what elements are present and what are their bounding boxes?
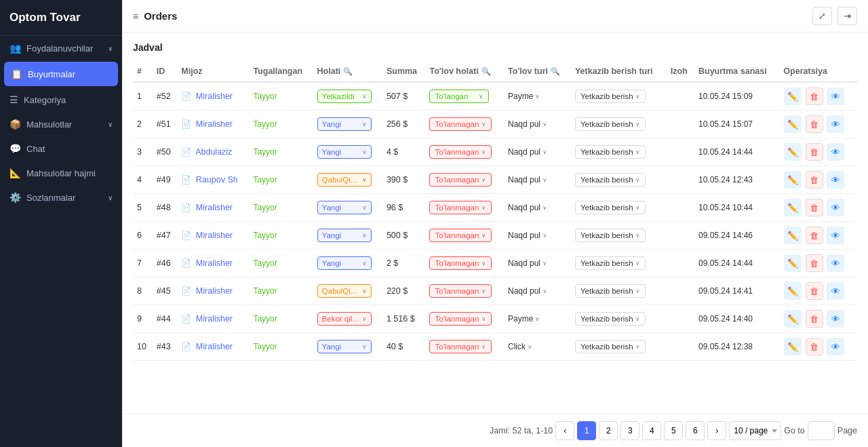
sidebar-item-foydalanuvchilar[interactable]: 👥 Foydalanuvchilar ∨ [0, 36, 122, 60]
cell-yetkazib[interactable]: Yetkazib berish ∨ [571, 82, 667, 111]
client-link[interactable]: Miralisher [196, 286, 233, 296]
sidebar-item-sozlanmalar[interactable]: ⚙️ Sozlanmalar ∨ [0, 185, 122, 210]
yetkazib-select[interactable]: Yetkazib berish ∨ [575, 90, 646, 103]
cell-tolov-holati[interactable]: To'lanmagan ∨ [425, 138, 504, 166]
cell-tolov-turi[interactable]: Naqd pul ∨ [504, 250, 571, 277]
expand-button[interactable]: ⤢ [812, 7, 832, 25]
client-link[interactable]: Miralisher [196, 342, 233, 351]
tolov-holati-select[interactable]: To'lanmagan ∨ [429, 117, 492, 131]
cell-tolov-turi[interactable]: Payme ∨ [504, 82, 571, 111]
holati-select[interactable]: Bekor qil... ∨ [317, 312, 372, 326]
view-button[interactable]: 👁 [827, 282, 844, 300]
client-link[interactable]: Miralisher [196, 314, 233, 324]
edit-button[interactable]: ✏️ [784, 171, 802, 189]
prev-page-button[interactable]: ‹ [555, 421, 574, 440]
edit-button[interactable]: ✏️ [784, 310, 802, 328]
client-link[interactable]: Miralisher [196, 119, 233, 129]
yetkazib-select[interactable]: Yetkazib berish ∨ [575, 201, 646, 214]
page-4-button[interactable]: 4 [642, 421, 661, 440]
cell-tolov-holati[interactable]: To'lanmagan ∨ [425, 194, 504, 222]
tolov-holati-select[interactable]: To'langan ∨ [429, 90, 489, 103]
cell-tolov-turi[interactable]: Click ∨ [504, 333, 571, 361]
cell-holati[interactable]: Yangi ∨ [313, 111, 382, 138]
cell-tolov-holati[interactable]: To'lanmagan ∨ [425, 111, 504, 138]
tolov-turi-select[interactable]: Naqd pul ∨ [508, 258, 547, 268]
yetkazib-select[interactable]: Yetkazib berish ∨ [575, 340, 646, 353]
tolov-holati-select[interactable]: To'lanmagan ∨ [429, 284, 492, 298]
client-link[interactable]: Raupov Sh [196, 175, 238, 184]
delete-button[interactable]: 🗑 [806, 199, 823, 216]
view-button[interactable]: 👁 [827, 143, 844, 161]
cell-tolov-turi[interactable]: Naqd pul ∨ [504, 222, 571, 250]
page-2-button[interactable]: 2 [599, 421, 618, 440]
holati-select[interactable]: Yangi ∨ [317, 340, 372, 353]
cell-yetkazib[interactable]: Yetkazib berish ∨ [571, 250, 667, 277]
tolov-holati-select[interactable]: To'lanmagan ∨ [429, 340, 492, 353]
delete-button[interactable]: 🗑 [806, 310, 823, 328]
client-link[interactable]: Abdulaziz [195, 147, 232, 157]
holati-select[interactable]: QabulQi... ∨ [317, 284, 372, 298]
cell-holati[interactable]: Yangi ∨ [313, 222, 382, 250]
edit-button[interactable]: ✏️ [784, 227, 802, 244]
cell-tolov-turi[interactable]: Naqd pul ∨ [504, 111, 571, 138]
view-button[interactable]: 👁 [827, 338, 844, 355]
cell-holati[interactable]: Yangi ∨ [313, 138, 382, 166]
view-button[interactable]: 👁 [827, 88, 844, 105]
page-6-button[interactable]: 6 [686, 421, 705, 440]
sidebar-item-mahsulotlar[interactable]: 📦 Mahsulotlar ∨ [0, 112, 122, 136]
cell-tolov-turi[interactable]: Naqd pul ∨ [504, 166, 571, 194]
cell-tolov-turi[interactable]: Naqd pul ∨ [504, 277, 571, 305]
cell-holati[interactable]: Bekor qil... ∨ [313, 305, 382, 333]
delete-button[interactable]: 🗑 [806, 171, 823, 189]
tolov-turi-select[interactable]: Click ∨ [508, 342, 532, 351]
yetkazib-select[interactable]: Yetkazib berish ∨ [575, 173, 646, 187]
holati-search-icon[interactable]: 🔍 [343, 67, 353, 76]
cell-tolov-holati[interactable]: To'lanmagan ∨ [425, 333, 504, 361]
delete-button[interactable]: 🗑 [806, 143, 823, 161]
edit-button[interactable]: ✏️ [784, 282, 802, 300]
sidebar-item-kategoriya[interactable]: ☰ Kategoriya [0, 88, 122, 112]
cell-yetkazib[interactable]: Yetkazib berish ∨ [571, 305, 667, 333]
tolov-turi-select[interactable]: Payme ∨ [508, 92, 540, 101]
cell-yetkazib[interactable]: Yetkazib berish ∨ [571, 194, 667, 222]
sidebar-item-mahsulotlar-hajmi[interactable]: 📐 Mahsulotlar hajmi [0, 161, 122, 185]
tolov-holati-select[interactable]: To'lanmagan ∨ [429, 145, 492, 159]
client-link[interactable]: Miralisher [196, 92, 233, 101]
holati-select[interactable]: Yetkazildi ∨ [317, 90, 372, 103]
client-link[interactable]: Miralisher [196, 258, 233, 268]
cell-yetkazib[interactable]: Yetkazib berish ∨ [571, 166, 667, 194]
client-link[interactable]: Miralisher [196, 231, 233, 240]
tolov-turi-select[interactable]: Naqd pul ∨ [508, 147, 547, 157]
holati-select[interactable]: Yangi ∨ [317, 201, 372, 214]
yetkazib-select[interactable]: Yetkazib berish ∨ [575, 229, 646, 242]
cell-tolov-holati[interactable]: To'lanmagan ∨ [425, 277, 504, 305]
holati-select[interactable]: QabulQi... ∨ [317, 173, 372, 187]
view-button[interactable]: 👁 [827, 254, 844, 272]
yetkazib-select[interactable]: Yetkazib berish ∨ [575, 312, 646, 326]
delete-button[interactable]: 🗑 [806, 115, 823, 133]
goto-input[interactable] [808, 421, 835, 440]
cell-holati[interactable]: Yangi ∨ [313, 333, 382, 361]
tolov-search-icon[interactable]: 🔍 [481, 67, 491, 76]
edit-button[interactable]: ✏️ [784, 254, 802, 272]
cell-yetkazib[interactable]: Yetkazib berish ∨ [571, 138, 667, 166]
cell-tolov-turi[interactable]: Payme ∨ [504, 305, 571, 333]
cell-holati[interactable]: QabulQi... ∨ [313, 277, 382, 305]
delete-button[interactable]: 🗑 [806, 338, 823, 355]
holati-select[interactable]: Yangi ∨ [317, 229, 372, 242]
view-button[interactable]: 👁 [827, 199, 844, 216]
sidebar-item-buyurtmalar[interactable]: 📋 Buyurtmalar [4, 62, 118, 86]
tolov-turi-select[interactable]: Payme ∨ [508, 314, 540, 324]
tolov-turi-select[interactable]: Naqd pul ∨ [508, 175, 547, 184]
delete-button[interactable]: 🗑 [806, 282, 823, 300]
tolov-holati-select[interactable]: To'lanmagan ∨ [429, 256, 492, 270]
view-button[interactable]: 👁 [827, 115, 844, 133]
tolov-turi-select[interactable]: Naqd pul ∨ [508, 119, 547, 129]
edit-button[interactable]: ✏️ [784, 88, 802, 105]
cell-holati[interactable]: Yangi ∨ [313, 250, 382, 277]
per-page-select[interactable]: 10 / page 20 / page 50 / page [729, 421, 781, 440]
next-page-button[interactable]: › [707, 421, 726, 440]
cell-tolov-holati[interactable]: To'lanmagan ∨ [425, 305, 504, 333]
edit-button[interactable]: ✏️ [784, 199, 802, 216]
cell-yetkazib[interactable]: Yetkazib berish ∨ [571, 222, 667, 250]
